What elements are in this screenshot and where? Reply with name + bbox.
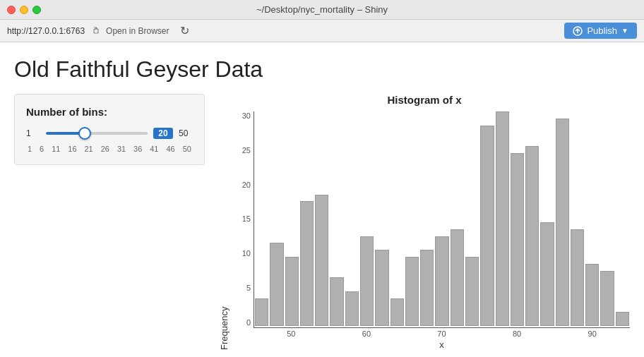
slider-min-label: 1 xyxy=(26,128,40,138)
bar-2 xyxy=(285,257,299,326)
bar-20 xyxy=(556,119,569,326)
minimize-button[interactable] xyxy=(20,6,28,14)
bar-22 xyxy=(585,264,599,326)
panel-title: Number of bins: xyxy=(26,106,193,118)
address-bar: http://127.0.0.1:6763 Open in Browser ↻ … xyxy=(0,20,644,42)
x-tick-60: 60 xyxy=(362,329,371,338)
bar-6 xyxy=(345,291,359,326)
publish-button[interactable]: Publish ▼ xyxy=(564,23,637,39)
page-title: Old Faithful Geyser Data xyxy=(14,56,630,83)
bar-23 xyxy=(600,271,614,326)
title-bar: ~/Desktop/nyc_mortality – Shiny xyxy=(0,0,644,20)
x-axis-labels: 50 60 70 80 90 xyxy=(232,329,630,338)
slider-thumb[interactable] xyxy=(78,127,91,140)
bar-24 xyxy=(616,312,629,326)
svg-rect-0 xyxy=(94,27,95,28)
slider-container[interactable] xyxy=(46,126,148,140)
x-axis-title: x xyxy=(232,339,630,350)
bar-11 xyxy=(420,250,434,326)
bar-8 xyxy=(375,250,388,326)
tick-11: 11 xyxy=(52,145,60,153)
traffic-lights xyxy=(7,6,41,14)
tick-6: 6 xyxy=(40,145,44,153)
chart-area: Histogram of x Frequency 30 25 20 15 10 … xyxy=(219,94,630,350)
publish-chevron-icon: ▼ xyxy=(621,27,628,35)
window-title: ~/Desktop/nyc_mortality – Shiny xyxy=(256,4,388,15)
x-tick-50: 50 xyxy=(287,329,295,338)
publish-icon xyxy=(573,26,583,36)
bar-21 xyxy=(571,229,584,326)
y-tick-30: 30 xyxy=(242,111,251,120)
tick-26: 26 xyxy=(101,145,109,153)
tick-46: 46 xyxy=(166,145,174,153)
tick-36: 36 xyxy=(133,145,142,153)
slider-max-label: 50 xyxy=(179,128,193,138)
publish-label: Publish xyxy=(587,25,617,36)
bar-12 xyxy=(435,236,448,326)
bar-16 xyxy=(496,111,509,326)
open-in-browser-label: Open in Browser xyxy=(106,26,169,36)
refresh-button[interactable]: ↻ xyxy=(177,23,192,39)
y-tick-10: 10 xyxy=(242,249,251,258)
slider-track xyxy=(46,132,148,135)
y-tick-25: 25 xyxy=(242,146,251,155)
tick-16: 16 xyxy=(68,145,76,153)
slider-row: 1 20 50 xyxy=(26,126,193,140)
bar-15 xyxy=(480,126,494,326)
y-tick-5: 5 xyxy=(246,284,251,292)
y-axis-label: Frequency xyxy=(219,111,229,350)
bar-3 xyxy=(300,201,314,326)
tick-41: 41 xyxy=(150,145,158,153)
slider-value: 20 xyxy=(153,128,173,139)
tick-1: 1 xyxy=(28,145,32,153)
y-tick-15: 15 xyxy=(242,214,251,223)
tick-50: 50 xyxy=(183,145,191,153)
maximize-button[interactable] xyxy=(32,6,41,14)
x-tick-90: 90 xyxy=(588,329,597,338)
bar-13 xyxy=(451,229,464,326)
tick-21: 21 xyxy=(85,145,93,153)
main-content: Old Faithful Geyser Data Number of bins:… xyxy=(0,42,644,357)
bar-1 xyxy=(270,243,283,326)
close-button[interactable] xyxy=(7,6,16,14)
bar-14 xyxy=(465,257,479,326)
tick-31: 31 xyxy=(117,145,126,153)
bar-5 xyxy=(330,277,343,326)
open-in-browser-button[interactable]: Open in Browser xyxy=(93,26,169,36)
x-tick-80: 80 xyxy=(513,329,521,338)
bar-9 xyxy=(390,298,404,326)
bar-7 xyxy=(360,236,374,326)
bar-4 xyxy=(315,195,328,326)
bar-0 xyxy=(255,298,268,326)
bar-19 xyxy=(540,222,554,326)
external-link-icon xyxy=(93,26,103,36)
bar-17 xyxy=(511,153,524,326)
chart-title: Histogram of x xyxy=(387,94,461,106)
y-tick-20: 20 xyxy=(242,181,251,189)
bars-area xyxy=(254,111,630,328)
chart-wrapper: Frequency 30 25 20 15 10 5 0 xyxy=(219,111,630,350)
bar-18 xyxy=(525,146,539,326)
y-axis: 30 25 20 15 10 5 0 xyxy=(232,111,254,328)
svg-rect-1 xyxy=(94,29,98,33)
sidebar-panel: Number of bins: 1 20 50 1 6 11 16 21 26 … xyxy=(14,94,205,165)
x-tick-70: 70 xyxy=(437,329,446,338)
chart-inner: 30 25 20 15 10 5 0 50 xyxy=(232,111,630,350)
y-tick-0: 0 xyxy=(246,318,251,327)
bar-10 xyxy=(405,257,419,326)
url-display[interactable]: http://127.0.0.1:6763 xyxy=(7,26,85,36)
content-row: Number of bins: 1 20 50 1 6 11 16 21 26 … xyxy=(14,94,630,350)
slider-ticks: 1 6 11 16 21 26 31 36 41 46 50 xyxy=(26,145,193,153)
chart-plot: 30 25 20 15 10 5 0 xyxy=(232,111,630,328)
